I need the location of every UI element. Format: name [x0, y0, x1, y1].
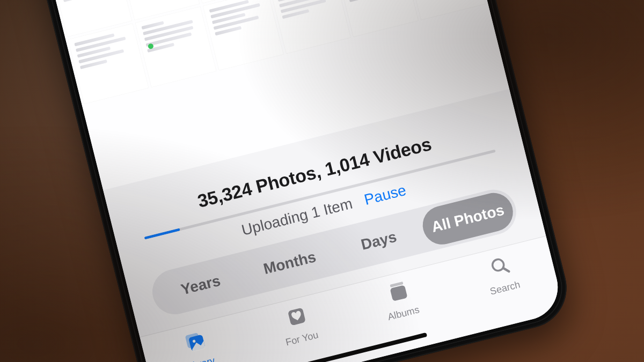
thumbnail[interactable] [68, 23, 149, 105]
photo-background: 35,324 Photos, 1,014 Videos Uploading 1 … [0, 0, 644, 362]
library-icon [181, 328, 209, 358]
for-you-icon [283, 303, 311, 333]
segment-all-photos[interactable]: All Photos [419, 189, 517, 248]
upload-progress-fill [144, 228, 180, 239]
tab-albums[interactable]: Albums [345, 268, 463, 361]
segment-months[interactable]: Months [240, 233, 339, 293]
phone-screen: 35,324 Photos, 1,014 Videos Uploading 1 … [16, 0, 565, 362]
tab-search[interactable]: Search [446, 242, 565, 336]
thumbnail[interactable] [270, 0, 352, 54]
segment-years[interactable]: Years [151, 255, 250, 315]
albums-icon [384, 278, 412, 308]
thumbnail[interactable] [202, 0, 284, 71]
phone-body: 35,324 Photos, 1,014 Videos Uploading 1 … [5, 0, 575, 362]
svg-rect-5 [390, 285, 407, 301]
svg-point-6 [491, 258, 504, 272]
photo-grid[interactable] [16, 0, 488, 107]
svg-line-7 [503, 267, 509, 273]
segment-days[interactable]: Days [330, 211, 428, 271]
search-icon [486, 253, 514, 283]
pause-upload-button[interactable]: Pause [362, 182, 408, 208]
thumbnail[interactable] [135, 6, 217, 88]
